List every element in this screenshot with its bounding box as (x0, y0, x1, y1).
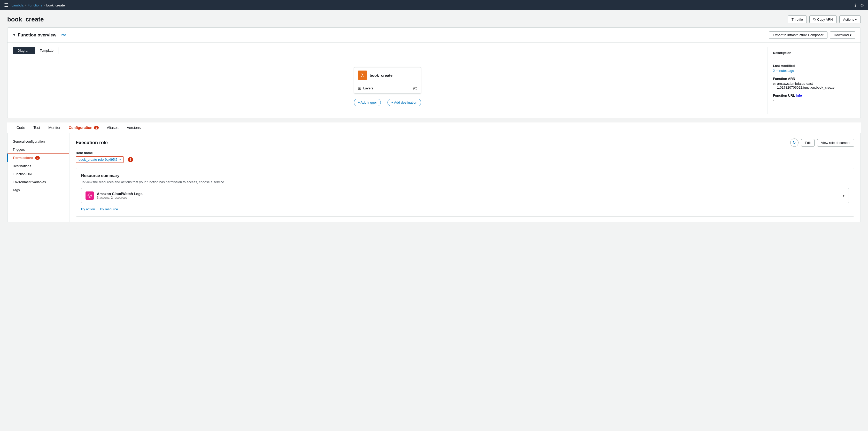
config-layout: General configuration Triggers Permissio… (7, 133, 861, 222)
sidebar-item-triggers[interactable]: Triggers (7, 146, 69, 153)
service-detail: 3 actions, 2 resources (97, 196, 143, 199)
diagram-tabs: Diagram Template (13, 47, 762, 54)
function-box: λ book_create ⊞ Layers (0) (354, 67, 421, 94)
collapse-icon[interactable]: ▼ (13, 33, 16, 37)
service-left: Amazon CloudWatch Logs 3 actions, 2 reso… (86, 191, 143, 200)
sidebar-item-function-url[interactable]: Function URL (7, 170, 69, 178)
add-trigger-button[interactable]: + Add trigger (354, 99, 381, 106)
panel-header: ▼ Function overview Info Export to Infra… (7, 28, 861, 43)
diagram-actions: + Add trigger + Add destination (354, 99, 421, 106)
function-url-row: Function URL Info - (773, 94, 850, 102)
top-navigation: ☰ Lambda › Functions › book_create ℹ ⚙ (0, 0, 868, 10)
layers-label: Layers (363, 86, 373, 90)
role-name-row: book_create-role-9qxl95j2 ↗ 3 (76, 156, 854, 163)
execution-role-title: Execution role (76, 140, 108, 146)
export-infrastructure-button[interactable]: Export to Infrastructure Composer (769, 31, 828, 39)
external-link-icon: ↗ (119, 158, 121, 161)
overview-info-link[interactable]: Info (60, 33, 66, 37)
throttle-button[interactable]: Throttle (788, 16, 807, 23)
cloudwatch-logs-dropdown[interactable]: Amazon CloudWatch Logs 3 actions, 2 reso… (81, 188, 849, 203)
breadcrumb: Lambda › Functions › book_create (11, 3, 65, 7)
info-icon[interactable]: ℹ (855, 3, 856, 8)
service-name: Amazon CloudWatch Logs (97, 192, 143, 196)
last-modified-label: Last modified (773, 64, 850, 68)
resource-summary-title: Resource summary (81, 174, 849, 178)
add-destination-button[interactable]: + Add destination (388, 99, 421, 106)
copy-icon: ⧉ (813, 17, 815, 22)
description-row: Description - (773, 51, 850, 60)
function-box-layers-row[interactable]: ⊞ Layers (0) (354, 83, 421, 93)
arn-row: ⧉ arn:aws:lambda:us-east-1:017820706022:… (773, 82, 850, 89)
tab-test[interactable]: Test (29, 122, 44, 133)
breadcrumb-lambda[interactable]: Lambda (11, 3, 24, 7)
config-main: Execution role ↻ Edit View role document… (69, 133, 861, 222)
role-name-label: Role name (76, 151, 854, 155)
tab-versions[interactable]: Versions (123, 122, 145, 133)
settings-icon[interactable]: ⚙ (860, 3, 864, 8)
description-value: - (773, 56, 850, 60)
function-arn-row: Function ARN ⧉ arn:aws:lambda:us-east-1:… (773, 77, 850, 89)
description-label: Description (773, 51, 850, 55)
overview-body: Diagram Template λ book_create ⊞ Laye (7, 43, 861, 118)
overview-info-panel: Description - Last modified 2 minutes ag… (768, 47, 855, 114)
role-annotation-badge: 3 (128, 157, 133, 162)
function-box-header: λ book_create (354, 67, 421, 83)
function-arn-value: arn:aws:lambda:us-east-1:017820706022:fu… (777, 82, 850, 89)
main-content: book_create Throttle ⧉ Copy ARN Actions … (0, 10, 868, 431)
config-sidebar: General configuration Triggers Permissio… (7, 133, 69, 222)
function-arn-label: Function ARN (773, 77, 850, 81)
header-actions: Throttle ⧉ Copy ARN Actions ▾ (788, 16, 861, 23)
breadcrumb-functions[interactable]: Functions (28, 3, 42, 7)
breadcrumb-sep-2: › (44, 3, 45, 7)
layers-icon: ⊞ (358, 86, 361, 91)
breadcrumb-sep-1: › (25, 3, 26, 7)
layers-count: (0) (413, 86, 417, 90)
section-actions: ↻ Edit View role document (790, 138, 854, 147)
sidebar-item-destinations[interactable]: Destinations (7, 162, 69, 170)
hamburger-menu[interactable]: ☰ (4, 2, 8, 8)
edit-button[interactable]: Edit (801, 139, 814, 147)
actions-button[interactable]: Actions ▾ (839, 16, 861, 23)
cloudwatch-icon (86, 191, 94, 200)
function-url-label: Function URL Info (773, 94, 850, 97)
sidebar-item-environment-variables[interactable]: Environment variables (7, 178, 69, 186)
function-diagram: λ book_create ⊞ Layers (0) + Add tri (13, 59, 762, 114)
diagram-area: Diagram Template λ book_create ⊞ Laye (13, 47, 762, 114)
topnav-right-icons: ℹ ⚙ (855, 3, 864, 8)
chevron-down-icon: ▾ (843, 193, 844, 198)
resource-summary-desc: To view the resources and actions that y… (81, 180, 849, 184)
view-role-document-button[interactable]: View role document (817, 139, 854, 147)
by-row: By action By resource (81, 207, 849, 211)
sidebar-item-permissions[interactable]: Permissions 2 (7, 153, 69, 162)
download-button[interactable]: Download ▾ (830, 31, 855, 39)
layers-left: ⊞ Layers (358, 86, 373, 91)
panel-header-actions: Export to Infrastructure Composer Downlo… (769, 31, 855, 39)
configuration-badge: 1 (94, 126, 99, 129)
tab-configuration[interactable]: Configuration 1 (65, 122, 103, 133)
svg-point-0 (88, 194, 91, 197)
arn-copy-icon[interactable]: ⧉ (773, 82, 776, 86)
tab-monitor[interactable]: Monitor (44, 122, 65, 133)
tab-diagram[interactable]: Diagram (13, 47, 35, 54)
sidebar-item-tags[interactable]: Tags (7, 186, 69, 194)
last-modified-value: 2 minutes ago (773, 69, 850, 72)
by-action-link[interactable]: By action (81, 207, 95, 211)
function-url-value: - (773, 98, 850, 102)
role-name-link[interactable]: book_create-role-9qxl95j2 ↗ (76, 156, 124, 163)
function-overview-panel: ▼ Function overview Info Export to Infra… (7, 27, 861, 118)
by-resource-link[interactable]: By resource (100, 207, 118, 211)
last-modified-row: Last modified 2 minutes ago (773, 64, 850, 72)
page-title: book_create (7, 16, 44, 23)
panel-title: ▼ Function overview Info (13, 33, 66, 38)
function-url-info-link[interactable]: Info (796, 94, 802, 97)
tab-code[interactable]: Code (12, 122, 29, 133)
tab-aliases[interactable]: Aliases (103, 122, 123, 133)
page-header: book_create Throttle ⧉ Copy ARN Actions … (7, 16, 861, 23)
permissions-badge: 2 (35, 156, 40, 160)
function-box-name: book_create (370, 73, 393, 78)
copy-arn-button[interactable]: ⧉ Copy ARN (809, 16, 837, 23)
refresh-button[interactable]: ↻ (790, 138, 799, 147)
tab-template[interactable]: Template (35, 47, 58, 54)
sidebar-item-general-configuration[interactable]: General configuration (7, 137, 69, 146)
main-tabs: Code Test Monitor Configuration 1 Aliase… (7, 122, 861, 133)
